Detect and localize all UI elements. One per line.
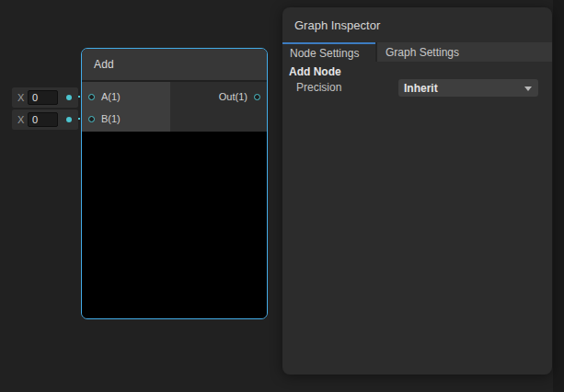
inspector-tab-strip: Node Settings Graph Settings	[282, 42, 552, 62]
port-row-out: Out(1)	[170, 86, 267, 108]
output-ports-section: Out(1)	[170, 82, 267, 132]
port-b-label: B(1)	[101, 113, 121, 124]
input-port-b-icon[interactable]	[88, 116, 95, 122]
input-ports-section: A(1) B(1)	[82, 82, 170, 132]
panel-title: Graph Inspector	[294, 18, 380, 32]
value-field-b[interactable]: 0	[28, 112, 58, 127]
port-out-label: Out(1)	[219, 91, 247, 102]
section-title-add-node: Add Node	[289, 65, 341, 78]
edge-dot-icon	[66, 117, 72, 122]
edge-dot-icon	[66, 95, 72, 100]
input-port-a-icon[interactable]	[88, 94, 95, 100]
shader-graph-view: X 0 X 0 Add A(1) B(1)	[0, 0, 564, 392]
tab-graph-settings[interactable]: Graph Settings	[386, 42, 459, 62]
chevron-down-icon	[524, 86, 532, 91]
window-edge	[553, 0, 564, 392]
tab-divider	[375, 42, 377, 62]
tab-graph-settings-label: Graph Settings	[386, 46, 459, 59]
node-preview	[82, 132, 267, 318]
node-title: Add	[94, 58, 114, 71]
tab-node-settings-label: Node Settings	[290, 47, 359, 60]
add-node[interactable]: Add A(1) B(1) Out(1)	[81, 48, 268, 319]
graph-inspector-titlebar[interactable]: Graph Inspector	[282, 7, 552, 42]
node-ports: A(1) B(1) Out(1)	[82, 82, 267, 132]
port-row-b: B(1)	[82, 108, 170, 130]
add-node-header[interactable]: Add	[82, 49, 267, 80]
precision-dropdown-value: Inherit	[398, 82, 438, 95]
inline-input-b[interactable]: X 0	[12, 110, 78, 130]
precision-dropdown[interactable]: Inherit	[398, 79, 538, 97]
port-a-label: A(1)	[101, 91, 121, 102]
port-row-a: A(1)	[82, 86, 170, 108]
tab-node-settings[interactable]: Node Settings	[282, 42, 375, 62]
precision-label: Precision	[296, 81, 341, 94]
inline-input-a[interactable]: X 0	[12, 87, 78, 108]
axis-x-label[interactable]: X	[17, 92, 26, 103]
axis-x-label[interactable]: X	[17, 114, 26, 125]
output-port-icon[interactable]	[254, 94, 260, 100]
graph-inspector-panel: Graph Inspector Node Settings Graph Sett…	[282, 7, 552, 375]
value-field-a[interactable]: 0	[28, 90, 58, 105]
